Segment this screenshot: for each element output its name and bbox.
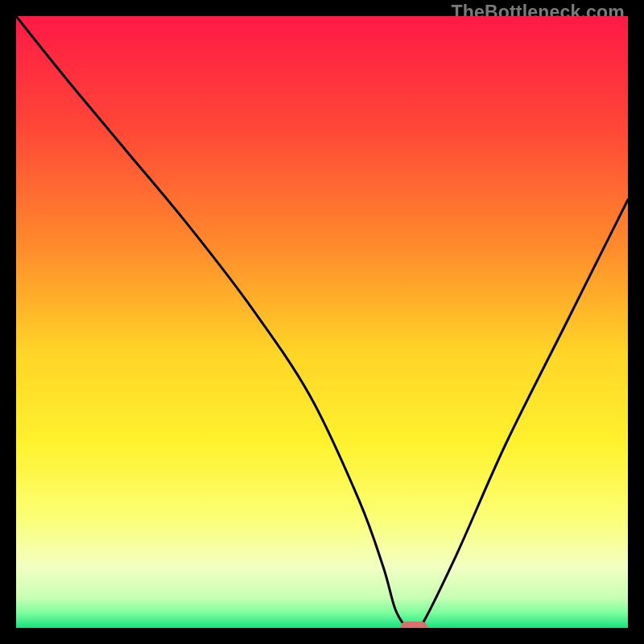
bottleneck-chart: [16, 16, 628, 628]
chart-frame: TheBottleneck.com: [0, 0, 644, 644]
plot-area: [16, 16, 628, 628]
optimal-marker: [400, 621, 427, 628]
gradient-background: [16, 16, 628, 628]
